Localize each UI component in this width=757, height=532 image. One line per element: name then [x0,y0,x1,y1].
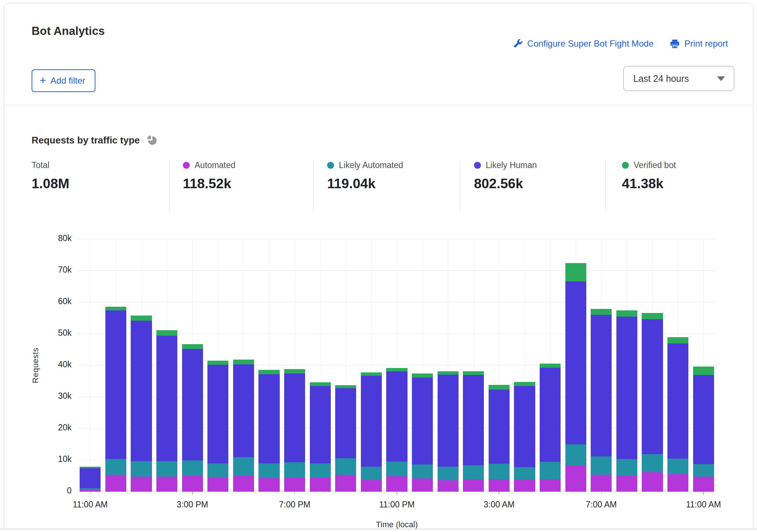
bar-segment [207,477,228,492]
stat-value: 119.04k [327,176,403,192]
stat-divider [605,160,606,212]
bar-segment [693,477,714,492]
bar-segment [105,310,126,459]
bar-segment [156,461,177,476]
analytics-card: Bot Analytics Configure Super Bot Fight … [4,3,753,532]
bar-segment [565,281,586,444]
bar-9-00-am[interactable] [642,239,663,492]
y-tick-label: 60k [42,296,72,306]
bar-6-00-pm[interactable] [258,239,279,492]
section-title-row: Requests by traffic type [32,134,157,147]
bar-segment [540,462,561,479]
bar-11-00-am[interactable] [693,239,714,492]
bar-1-00-pm[interactable] [131,239,152,492]
stat-label: Verified bot [634,160,676,170]
bar-segment [386,476,407,492]
bar-7-00-am[interactable] [591,239,612,492]
add-filter-button[interactable]: + Add filter [32,69,95,92]
x-tick-mark [192,492,193,495]
stat-divider [313,160,314,212]
bar-segment [463,375,484,465]
stat-likely-automated: Likely Automated 119.04k [327,160,403,192]
stat-label: Automated [195,160,235,170]
stat-value: 41.38k [622,176,676,192]
bar-segment [258,374,279,463]
bar-11-00-pm[interactable] [386,239,407,492]
bar-segment [335,458,356,475]
x-tick-mark [499,492,500,495]
bar-segment [591,315,612,456]
bar-segment [310,463,331,478]
bar-4-00-pm[interactable] [207,239,228,492]
time-range-value: Last 24 hours [633,73,689,84]
bar-5-00-am[interactable] [540,239,561,492]
chevron-down-icon [717,76,725,81]
print-link-label: Print report [684,39,728,49]
bar-segment [642,472,663,492]
bar-segment [284,477,305,492]
bar-segment [642,319,663,454]
bar-2-00-am[interactable] [463,239,484,492]
bar-segment [361,372,382,376]
bar-3-00-am[interactable] [489,239,510,492]
print-report-link[interactable]: Print report [670,39,728,49]
bar-segment [514,467,535,480]
bar-5-00-pm[interactable] [233,239,254,492]
x-tick-mark [396,492,397,495]
bar-12-00-pm[interactable] [105,239,126,492]
bar-segment [284,369,305,374]
bar-segment [233,360,254,365]
bar-7-00-pm[interactable] [284,239,305,492]
bar-4-00-am[interactable] [514,239,535,492]
bar-segment [463,479,484,492]
bar-10-00-am[interactable] [667,239,688,492]
bar-segment [693,375,714,464]
bar-segment [207,361,228,365]
bar-segment [105,475,126,492]
bar-segment [284,374,305,462]
bar-11-00-am[interactable] [80,239,101,492]
y-tick-label: 80k [42,233,72,243]
bar-segment [514,480,535,492]
stat-value: 1.08M [32,176,69,192]
bar-segment [233,476,254,492]
bar-segment [182,344,203,349]
bar-segment [565,444,586,466]
bar-segment [489,464,510,479]
bar-9-00-pm[interactable] [335,239,356,492]
page-background [0,529,757,532]
y-tick-label: 50k [42,328,72,338]
bar-segment [591,309,612,314]
bar-segment [489,390,510,464]
bar-segment [438,467,459,480]
configure-super-bot-fight-mode-link[interactable]: Configure Super Bot Fight Mode [512,39,653,49]
bar-segment [616,459,637,475]
bar-segment [463,465,484,480]
bar-segment [438,480,459,492]
bar-segment [412,464,433,478]
x-tick-label: 3:00 AM [483,500,514,510]
add-filter-label: Add filter [51,76,86,86]
bar-2-00-pm[interactable] [156,239,177,492]
stat-value: 802.56k [474,176,537,192]
bar-segment [667,343,688,459]
bot-analytics-page: { "header": { "title": "Bot Analytics", … [0,0,757,532]
bar-3-00-pm[interactable] [182,239,203,492]
bar-segment [310,382,331,386]
bar-12-00-am[interactable] [412,239,433,492]
bar-segment [667,337,688,343]
time-range-select[interactable]: Last 24 hours [623,66,734,91]
bar-segment [642,313,663,319]
bar-8-00-pm[interactable] [310,239,331,492]
bar-8-00-am[interactable] [616,239,637,492]
bar-segment [156,330,177,336]
bar-10-00-pm[interactable] [361,239,382,492]
y-tick-label: 0 [42,486,72,496]
bar-1-00-am[interactable] [438,239,459,492]
bar-segment [182,460,203,476]
stat-automated: Automated 118.52k [183,160,235,192]
legend-dot-likely-human [474,162,481,169]
bar-6-00-am[interactable] [565,239,586,492]
bar-segment [386,462,407,476]
bar-segment [540,364,561,368]
